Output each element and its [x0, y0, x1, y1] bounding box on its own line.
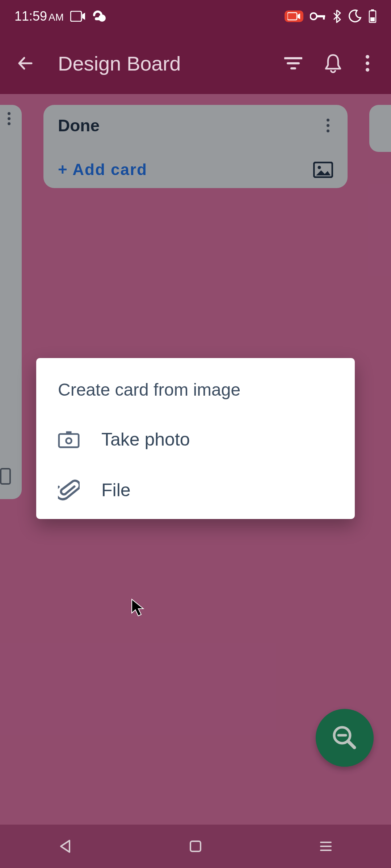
svg-rect-3 — [287, 13, 297, 20]
app-bar-actions — [279, 49, 384, 78]
svg-rect-9 — [370, 17, 375, 21]
recents-icon — [320, 841, 332, 852]
bell-icon — [324, 54, 342, 73]
svg-point-4 — [310, 13, 317, 20]
system-nav-bar — [0, 825, 391, 868]
file-label: File — [101, 480, 131, 501]
file-option[interactable]: File — [36, 465, 355, 515]
hotspot-icon — [92, 10, 107, 22]
svg-point-15 — [366, 68, 369, 72]
status-ampm: AM — [49, 12, 64, 23]
more-vertical-icon — [366, 55, 369, 72]
bluetooth-icon — [332, 9, 341, 23]
status-time: 11:59AM — [14, 9, 64, 24]
triangle-back-icon — [59, 839, 72, 854]
battery-icon — [369, 9, 377, 23]
video-badge-icon — [70, 11, 85, 22]
dialog-title: Create card from image — [36, 376, 355, 414]
vpn-key-icon — [310, 12, 326, 21]
svg-rect-2 — [95, 17, 101, 20]
nav-recents-button[interactable] — [304, 835, 348, 857]
nav-back-button[interactable] — [43, 835, 87, 857]
take-photo-label: Take photo — [101, 429, 190, 450]
camera-icon — [58, 429, 80, 450]
arrow-left-icon — [16, 54, 35, 73]
mouse-cursor-icon — [130, 599, 146, 619]
nav-home-button[interactable] — [174, 835, 217, 857]
status-time-value: 11:59 — [14, 9, 47, 24]
recording-indicator-icon — [285, 10, 303, 22]
svg-point-14 — [366, 61, 369, 65]
svg-point-13 — [366, 55, 369, 59]
more-button[interactable] — [358, 49, 377, 78]
filter-icon — [284, 56, 302, 70]
filter-button[interactable] — [279, 49, 308, 78]
dnd-moon-icon — [348, 9, 362, 24]
notifications-button[interactable] — [319, 49, 348, 78]
svg-rect-18 — [59, 434, 79, 447]
status-right — [285, 9, 377, 24]
attachment-icon — [58, 479, 80, 501]
svg-point-20 — [66, 438, 72, 443]
status-bar: 11:59AM — [0, 0, 391, 33]
take-photo-option[interactable]: Take photo — [36, 414, 355, 465]
board-title[interactable]: Design Board — [58, 52, 279, 75]
board-area[interactable]: Done + Add card Create card from image T… — [0, 94, 391, 825]
svg-rect-0 — [71, 11, 81, 21]
square-home-icon — [189, 840, 202, 852]
status-left: 11:59AM — [14, 9, 107, 24]
create-card-from-image-dialog: Create card from image Take photo File — [36, 358, 355, 519]
svg-rect-19 — [66, 431, 72, 434]
back-button[interactable] — [7, 54, 43, 73]
svg-rect-24 — [190, 841, 201, 851]
app-bar: Design Board — [0, 33, 391, 94]
svg-rect-6 — [323, 15, 325, 20]
